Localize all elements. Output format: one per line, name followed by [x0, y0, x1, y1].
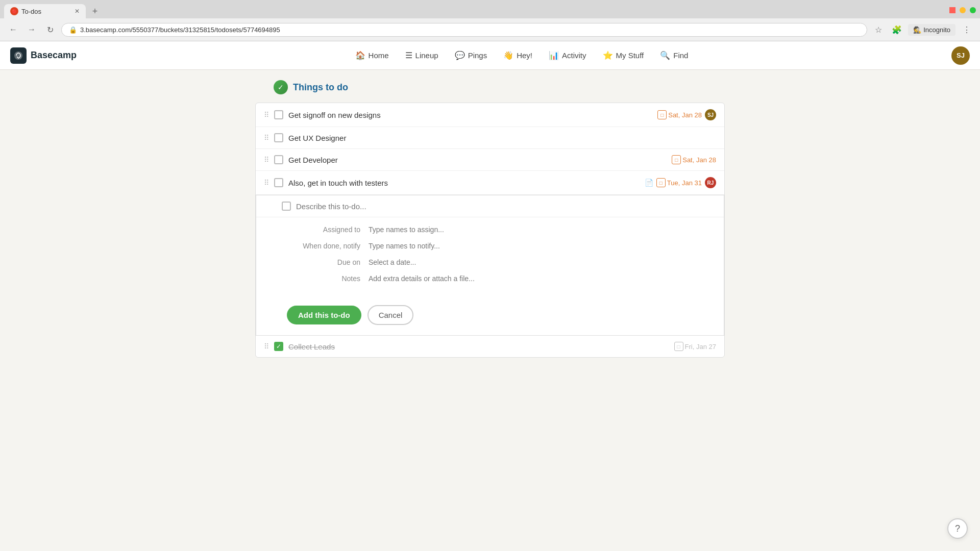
notify-input[interactable]	[369, 242, 693, 250]
new-tab-button[interactable]: +	[88, 4, 102, 18]
incognito-label: Incognito	[923, 26, 950, 34]
drag-handle[interactable]: ⠿	[264, 111, 269, 119]
project-title-link[interactable]: Things to do	[293, 82, 348, 93]
nav-find-label: Find	[673, 51, 688, 60]
extensions-button[interactable]: 🧩	[890, 22, 904, 37]
incognito-icon: 🕵️	[913, 26, 921, 34]
drag-handle[interactable]: ⠿	[264, 156, 269, 164]
active-tab[interactable]: 🔴 To-dos ✕	[4, 4, 86, 18]
assignee-avatar-4[interactable]: RJ	[705, 177, 716, 188]
incognito-button[interactable]: 🕵️ Incognito	[908, 24, 955, 36]
tab-close-button[interactable]: ✕	[75, 8, 80, 15]
nav-activity[interactable]: 📊 Activity	[542, 46, 594, 64]
nav-lineup-label: Lineup	[415, 51, 438, 60]
nav-find[interactable]: 🔍 Find	[653, 46, 695, 64]
user-avatar[interactable]: SJ	[951, 46, 970, 65]
due-input[interactable]	[369, 258, 693, 266]
logo-icon	[10, 47, 27, 64]
due-date-text-3: Sat, Jan 28	[682, 156, 716, 164]
todo-item: ⠿ Get UX Designer	[256, 127, 724, 149]
todo-checkbox-4[interactable]	[274, 178, 283, 187]
things-header: ✓ Things to do	[255, 80, 725, 94]
app-logo[interactable]: Basecamp	[10, 47, 77, 64]
todo-meta-1: □ Sat, Jan 28 SJ	[657, 109, 716, 120]
user-initials: SJ	[957, 52, 965, 59]
notes-label: Notes	[287, 274, 369, 283]
home-icon: 🏠	[355, 51, 365, 60]
completed-todo-checkbox[interactable]: ✓	[274, 342, 283, 351]
notes-icon-4: 📄	[645, 179, 653, 187]
page-scroll-area: ✓ Things to do ⠿ Get signoff on new desi…	[0, 70, 980, 551]
todo-checkbox-3[interactable]	[274, 155, 283, 164]
notify-row: When done, notify	[287, 242, 693, 250]
tab-title: To-dos	[21, 8, 41, 15]
app-nav: Basecamp 🏠 Home ☰ Lineup 💬 Pings 👋 Hey! …	[0, 41, 980, 70]
new-todo-checkbox[interactable]	[282, 202, 291, 211]
form-actions: Add this to-do Cancel	[256, 299, 724, 335]
todo-meta-3: □ Sat, Jan 28	[672, 155, 716, 164]
window-minimize[interactable]	[949, 7, 955, 13]
forward-button[interactable]: →	[24, 22, 39, 37]
find-icon: 🔍	[660, 51, 670, 60]
logo-text: Basecamp	[31, 50, 77, 61]
drag-handle[interactable]: ⠿	[264, 179, 269, 187]
mystuff-icon: ⭐	[603, 51, 613, 60]
reload-button[interactable]: ↻	[43, 22, 57, 37]
completed-due-date-badge: □ Fri, Jan 27	[674, 342, 716, 351]
completed-todo-label: Collect Leads	[288, 342, 669, 351]
hey-icon: 👋	[503, 51, 513, 60]
due-date-text-4: Tue, Jan 31	[667, 179, 702, 187]
completed-todo-item: ⠿ ✓ Collect Leads □ Fri, Jan 27	[256, 336, 724, 357]
todo-label-3: Get Developer	[288, 156, 667, 164]
due-date-text-1: Sat, Jan 28	[668, 111, 702, 119]
page-content: ✓ Things to do ⠿ Get signoff on new desi…	[245, 70, 735, 368]
nav-pings[interactable]: 💬 Pings	[448, 46, 495, 64]
nav-activity-label: Activity	[562, 51, 586, 60]
browser-chrome: 🔴 To-dos ✕ + ← → ↻ 🔒 3.basecamp.com/5550…	[0, 0, 980, 41]
new-todo-input-row	[256, 195, 724, 217]
help-button[interactable]: ?	[947, 518, 968, 539]
notes-row: Notes	[287, 274, 693, 283]
assignee-avatar-1[interactable]: SJ	[705, 109, 716, 120]
tab-bar: 🔴 To-dos ✕ +	[0, 0, 980, 18]
assigned-to-row: Assigned to	[287, 226, 693, 234]
nav-lineup[interactable]: ☰ Lineup	[398, 46, 446, 64]
nav-hey[interactable]: 👋 Hey!	[496, 46, 540, 64]
assigned-to-label: Assigned to	[287, 226, 369, 234]
form-fields: Assigned to When done, notify Due on Not…	[256, 217, 724, 299]
todo-checkbox-2[interactable]	[274, 133, 283, 142]
due-date-badge-4[interactable]: □ Tue, Jan 31	[656, 178, 702, 187]
new-todo-form: Assigned to When done, notify Due on Not…	[256, 195, 724, 336]
todo-item: ⠿ Also, get in touch with testers 📄 □ Tu…	[256, 171, 724, 195]
drag-handle[interactable]: ⠿	[264, 134, 269, 142]
notify-label: When done, notify	[287, 242, 369, 250]
todo-meta-4: 📄 □ Tue, Jan 31 RJ	[645, 177, 716, 188]
calendar-icon-4: □	[656, 178, 666, 187]
address-bar[interactable]: 🔒 3.basecamp.com/5550377/buckets/3132581…	[61, 23, 867, 37]
back-button[interactable]: ←	[6, 22, 20, 37]
nav-home[interactable]: 🏠 Home	[348, 46, 396, 64]
add-todo-button[interactable]: Add this to-do	[287, 306, 361, 324]
cancel-button[interactable]: Cancel	[368, 305, 414, 325]
notes-input[interactable]	[369, 274, 693, 283]
nav-mystuff[interactable]: ⭐ My Stuff	[596, 46, 651, 64]
menu-button[interactable]: ⋮	[960, 22, 974, 37]
window-close[interactable]	[970, 7, 976, 13]
due-date-badge-1[interactable]: □ Sat, Jan 28	[657, 110, 702, 119]
window-maximize[interactable]	[960, 7, 966, 13]
todo-checkbox-1[interactable]	[274, 110, 283, 119]
tab-favicon: 🔴	[10, 7, 18, 15]
assigned-to-input[interactable]	[369, 226, 693, 234]
due-label: Due on	[287, 258, 369, 266]
todo-item: ⠿ Get signoff on new designs □ Sat, Jan …	[256, 103, 724, 127]
nav-home-label: Home	[369, 51, 389, 60]
nav-pings-label: Pings	[468, 51, 487, 60]
completed-drag-handle[interactable]: ⠿	[264, 342, 269, 350]
nav-items: 🏠 Home ☰ Lineup 💬 Pings 👋 Hey! 📊 Activit…	[92, 46, 951, 64]
bookmark-button[interactable]: ☆	[871, 22, 886, 37]
new-todo-input[interactable]	[296, 202, 716, 211]
activity-icon: 📊	[549, 51, 559, 60]
project-icon: ✓	[274, 80, 288, 94]
due-date-badge-3[interactable]: □ Sat, Jan 28	[672, 155, 716, 164]
lineup-icon: ☰	[405, 51, 412, 60]
